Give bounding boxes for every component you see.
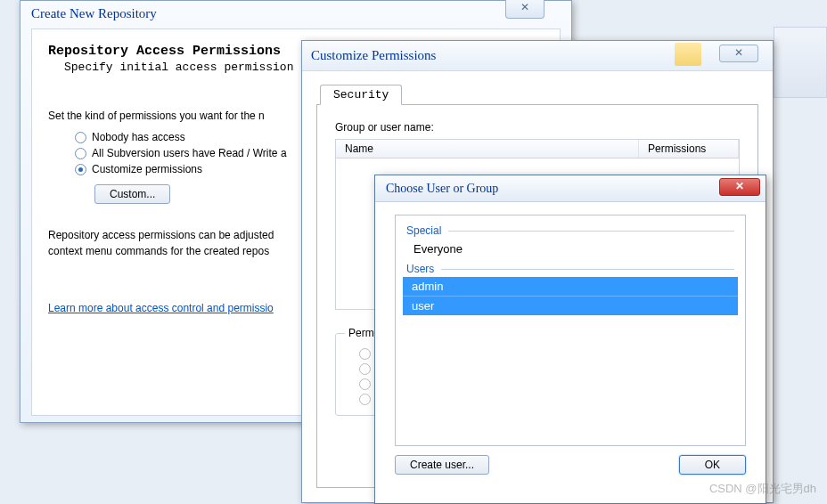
group-user-label: Group or user name:	[335, 121, 740, 134]
learn-more-link[interactable]: Learn more about access control and perm…	[48, 302, 274, 314]
dialog-buttons: Create user... OK	[395, 455, 746, 475]
close-button[interactable]: ✕	[719, 45, 758, 62]
choose-user-group-dialog: Choose User or Group ✕ Special Everyone …	[374, 175, 766, 504]
column-name[interactable]: Name	[336, 140, 639, 158]
radio-label: All Subversion users have Read / Write a	[92, 147, 287, 159]
radio-label: Customize permissions	[92, 163, 202, 175]
radio-icon	[359, 348, 371, 360]
section-users: Users	[396, 259, 745, 277]
radio-icon	[75, 132, 86, 143]
radio-icon	[359, 394, 371, 405]
column-permissions[interactable]: Permissions	[639, 140, 739, 158]
radio-icon	[359, 378, 371, 390]
create-user-button[interactable]: Create user...	[395, 455, 489, 475]
watermark: CSDN @阳光宅男dh	[709, 481, 816, 497]
list-item-everyone[interactable]: Everyone	[396, 239, 745, 259]
tab-strip: Security	[316, 85, 758, 105]
close-button[interactable]: ✕	[719, 178, 760, 196]
list-item-user[interactable]: user	[403, 297, 738, 315]
dialog-titlebar: Customize Permissions ✕	[302, 41, 773, 71]
user-group-list[interactable]: Special Everyone Users admin user	[395, 215, 746, 446]
dialog-body: Special Everyone Users admin user Create…	[375, 202, 766, 487]
list-item-admin[interactable]: admin	[403, 277, 738, 297]
dialog-title: Customize Permissions	[311, 48, 436, 63]
radio-icon	[359, 363, 371, 375]
dialog-title: Choose User or Group	[386, 182, 498, 196]
ok-button[interactable]: OK	[679, 455, 746, 475]
close-button[interactable]: ✕	[505, 0, 545, 19]
radio-label: Nobody has access	[92, 131, 185, 143]
custom-button[interactable]: Custom...	[94, 184, 170, 204]
folder-icon	[675, 43, 701, 66]
radio-icon	[75, 148, 86, 159]
background-window-fragment	[774, 27, 827, 98]
radio-icon	[75, 164, 86, 175]
dialog-titlebar: Choose User or Group ✕	[375, 175, 766, 202]
dialog-title: Create New Repository	[20, 1, 571, 25]
section-special: Special	[396, 221, 745, 239]
grid-header: Name Permissions	[335, 139, 740, 159]
tab-security[interactable]: Security	[320, 85, 402, 105]
